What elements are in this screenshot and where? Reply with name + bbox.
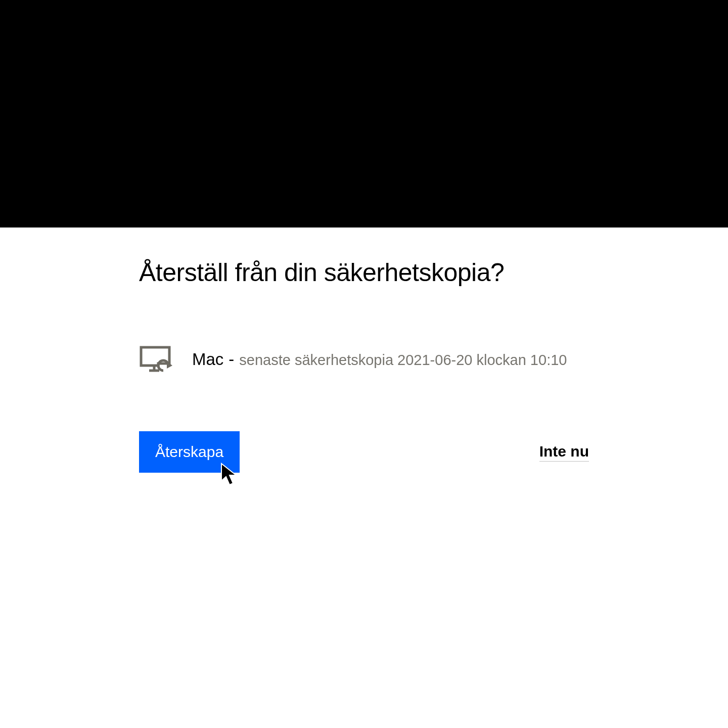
not-now-link[interactable]: Inte nu xyxy=(539,443,589,462)
backup-text: Mac - senaste säkerhetskopia 2021-06-20 … xyxy=(192,350,567,369)
restore-button[interactable]: Återskapa xyxy=(139,431,240,473)
backup-device-name: Mac xyxy=(192,350,223,369)
monitor-restore-icon xyxy=(139,345,174,373)
backup-detail-text: senaste säkerhetskopia 2021-06-20 klocka… xyxy=(239,352,567,369)
dialog-button-row: Återskapa Inte nu xyxy=(139,431,589,473)
top-black-bar xyxy=(0,0,728,228)
backup-info-row: Mac - senaste säkerhetskopia 2021-06-20 … xyxy=(139,345,589,373)
dialog-content: Återställ från din säkerhetskopia? Mac -… xyxy=(0,228,728,473)
backup-separator: - xyxy=(229,350,234,369)
dialog-title: Återställ från din säkerhetskopia? xyxy=(139,258,589,287)
